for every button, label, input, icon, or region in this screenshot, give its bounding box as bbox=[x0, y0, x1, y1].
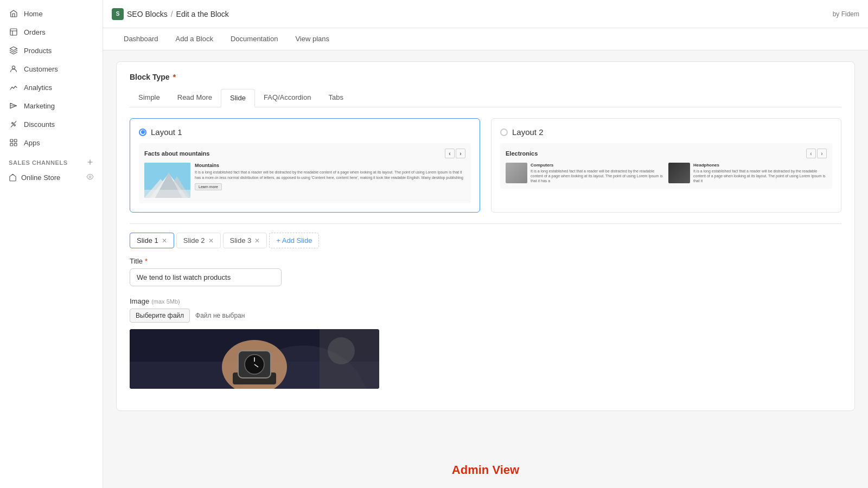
analytics-icon bbox=[9, 82, 18, 92]
nav-item-view-plans[interactable]: View plans bbox=[288, 28, 337, 50]
top-bar-right-text: by Fidem bbox=[833, 10, 859, 18]
layout1-heading: Facts about mountains bbox=[144, 150, 209, 157]
slide-tab-1[interactable]: Slide 1 ✕ bbox=[130, 233, 174, 248]
tab-tabs[interactable]: Tabs bbox=[320, 89, 352, 107]
breadcrumb: S SEO Blocks / Edit a the Block bbox=[112, 8, 229, 20]
slide-tab-3[interactable]: Slide 3 ✕ bbox=[223, 233, 267, 248]
layout1-title: Layout 1 bbox=[151, 127, 182, 137]
products-icon bbox=[9, 46, 18, 55]
add-slide-button[interactable]: + Add Slide bbox=[269, 233, 319, 248]
nav-item-documentation[interactable]: Documentation bbox=[223, 28, 285, 50]
tab-slide[interactable]: Slide bbox=[221, 89, 255, 107]
svg-rect-6 bbox=[10, 143, 13, 146]
layout2-radio[interactable] bbox=[500, 129, 508, 136]
tab-faq-accordion[interactable]: FAQ/Accordion bbox=[255, 89, 320, 107]
top-bar: S SEO Blocks / Edit a the Block by Fidem bbox=[103, 0, 868, 28]
slide-tab-2-close[interactable]: ✕ bbox=[208, 237, 214, 245]
layout2-preview-header: Electronics ‹ › bbox=[506, 149, 827, 158]
layout1-title-row: Layout 1 bbox=[139, 127, 471, 137]
layout2-computers-image bbox=[506, 163, 527, 183]
title-input[interactable] bbox=[130, 268, 282, 286]
watch-image bbox=[130, 329, 379, 389]
sidebar-label-apps: Apps bbox=[24, 139, 40, 147]
add-sales-channel-button[interactable] bbox=[86, 158, 94, 167]
online-store-visibility-icon[interactable] bbox=[86, 173, 94, 182]
layout1-preview-header: Facts about mountains ‹ › bbox=[144, 149, 465, 158]
image-note: (max 5Mb) bbox=[151, 298, 180, 305]
slide-tab-2[interactable]: Slide 2 ✕ bbox=[176, 233, 221, 248]
layout2-title: Layout 2 bbox=[512, 127, 544, 137]
marketing-icon bbox=[9, 101, 18, 111]
layout1-item-title: Mountains bbox=[195, 163, 465, 168]
sidebar-item-discounts[interactable]: Discounts bbox=[0, 115, 103, 133]
file-choose-button[interactable]: Выберите файл bbox=[130, 309, 190, 323]
sidebar-label-analytics: Analytics bbox=[24, 84, 52, 92]
image-label: Image (max 5Mb) bbox=[130, 297, 841, 305]
layout1-radio[interactable] bbox=[139, 129, 146, 136]
layout2-heading: Electronics bbox=[506, 150, 538, 157]
layout1-body: Mountains It is a long established fact … bbox=[144, 163, 465, 198]
svg-point-1 bbox=[12, 66, 15, 69]
section-divider bbox=[130, 223, 841, 224]
layout2-grid: Computers It is a long established fact … bbox=[506, 163, 827, 183]
orders-icon bbox=[9, 27, 18, 37]
sidebar: Home Orders Products Custo bbox=[0, 0, 103, 488]
layout2-headphones-body: It is a long established fact that a rea… bbox=[693, 169, 827, 183]
file-upload-row: Выберите файл Файл не выбран bbox=[130, 309, 841, 323]
sales-channels-label: SALES CHANNELS bbox=[9, 159, 68, 166]
svg-rect-0 bbox=[10, 29, 17, 35]
sidebar-item-online-store[interactable]: Online Store bbox=[0, 169, 103, 186]
layout1-text-content: Mountains It is a long established fact … bbox=[195, 163, 465, 198]
layout1-item-body: It is a long established fact that a rea… bbox=[195, 170, 465, 181]
layout1-prev-arrow[interactable]: ‹ bbox=[445, 149, 455, 158]
sidebar-label-orders: Orders bbox=[24, 28, 46, 36]
layout1-image bbox=[144, 163, 190, 198]
block-type-tabs: Simple Read More Slide FAQ/Accordion Tab… bbox=[130, 89, 841, 107]
sidebar-item-home[interactable]: Home bbox=[0, 4, 103, 23]
layout-option-2[interactable]: Layout 2 Electronics ‹ › bbox=[491, 118, 841, 213]
nav-item-add-block[interactable]: Add a Block bbox=[168, 28, 221, 50]
slide-tab-3-close[interactable]: ✕ bbox=[254, 237, 260, 245]
layout2-headphones-text: Headphones It is a long established fact… bbox=[693, 163, 827, 183]
svg-rect-7 bbox=[14, 143, 17, 146]
slide-tab-1-close[interactable]: ✕ bbox=[162, 237, 167, 245]
sidebar-label-customers: Customers bbox=[24, 65, 58, 73]
tab-simple[interactable]: Simple bbox=[130, 89, 169, 107]
layout2-next-arrow[interactable]: › bbox=[817, 149, 827, 158]
block-type-header: Block Type * bbox=[130, 73, 841, 81]
layout1-learn-more[interactable]: Learn more bbox=[195, 183, 222, 190]
layout1-next-arrow[interactable]: › bbox=[456, 149, 465, 158]
svg-point-10 bbox=[89, 176, 91, 178]
svg-rect-5 bbox=[14, 139, 17, 142]
svg-rect-16 bbox=[144, 190, 190, 198]
sidebar-item-apps[interactable]: Apps bbox=[0, 133, 103, 152]
sidebar-item-marketing[interactable]: Marketing bbox=[0, 97, 103, 115]
title-label: Title * bbox=[130, 257, 841, 265]
home-icon bbox=[9, 9, 18, 18]
layout1-nav-arrows: ‹ › bbox=[445, 149, 465, 158]
layout2-item-headphones: Headphones It is a long established fact… bbox=[668, 163, 827, 183]
online-store-label: Online Store bbox=[21, 174, 60, 182]
sidebar-item-products[interactable]: Products bbox=[0, 41, 103, 60]
sidebar-item-orders[interactable]: Orders bbox=[0, 23, 103, 41]
layout2-computers-text: Computers It is a long established fact … bbox=[531, 163, 664, 183]
nav-item-dashboard[interactable]: Dashboard bbox=[116, 28, 166, 50]
content-area: Block Type * Simple Read More Slide FAQ/… bbox=[103, 50, 868, 452]
layout2-nav-arrows: ‹ › bbox=[806, 149, 827, 158]
svg-point-2 bbox=[12, 123, 14, 124]
svg-rect-4 bbox=[10, 139, 13, 142]
layout2-headphones-title: Headphones bbox=[693, 163, 827, 168]
app-icon: S bbox=[112, 8, 124, 20]
sales-channels-section: SALES CHANNELS bbox=[0, 152, 103, 169]
layout-option-1[interactable]: Layout 1 Facts about mountains ‹ › bbox=[130, 118, 480, 213]
sidebar-item-customers[interactable]: Customers bbox=[0, 60, 103, 78]
image-section: Image (max 5Mb) Выберите файл Файл не вы… bbox=[130, 297, 841, 389]
tab-read-more[interactable]: Read More bbox=[169, 89, 221, 107]
breadcrumb-separator: / bbox=[171, 10, 173, 18]
sidebar-label-marketing: Marketing bbox=[24, 102, 55, 110]
required-star: * bbox=[173, 73, 176, 81]
layout2-prev-arrow[interactable]: ‹ bbox=[806, 149, 816, 158]
layout-options: Layout 1 Facts about mountains ‹ › bbox=[130, 118, 841, 213]
sidebar-nav: Home Orders Products Custo bbox=[0, 0, 103, 488]
sidebar-item-analytics[interactable]: Analytics bbox=[0, 78, 103, 97]
